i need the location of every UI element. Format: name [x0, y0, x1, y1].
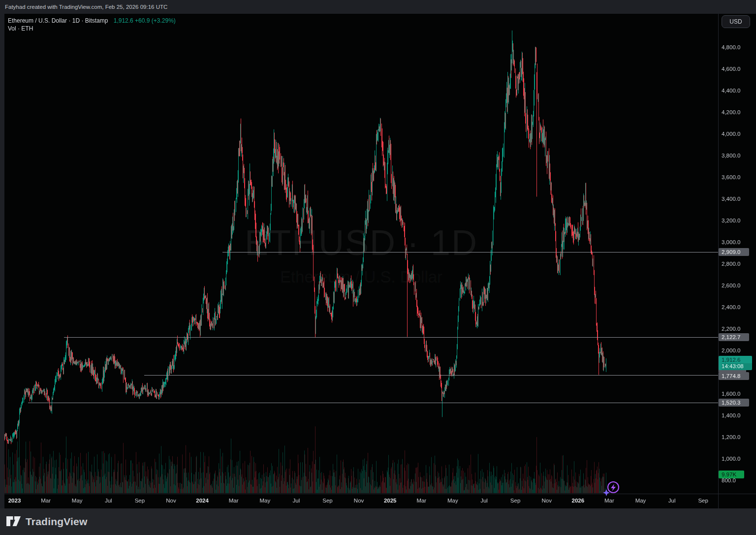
price-tick-label: 2,600.0	[722, 282, 740, 289]
level-price-badge: 1,520.3	[719, 399, 749, 407]
price-tick-label: 1,000.0	[722, 455, 740, 462]
time-axis-label: 2023	[8, 498, 21, 504]
price-tick-label: 1,600.0	[722, 390, 740, 397]
time-axis-label: 2024	[196, 498, 209, 504]
volume-value-badge: 9.97K	[719, 471, 744, 478]
price-tick-label: 3,600.0	[722, 174, 740, 181]
time-axis-label: Sep	[322, 498, 332, 504]
price-tick-label: 2,800.0	[722, 260, 740, 267]
price-tick-label: 2,200.0	[722, 325, 740, 332]
price-tick-label: 4,200.0	[722, 109, 740, 116]
price-tick-label: 3,000.0	[722, 239, 740, 246]
time-axis-label: Jul	[293, 498, 300, 504]
time-axis-label: Nov	[354, 498, 364, 504]
chart-area: ETHUSD · 1D Ethereum / U.S. Dollar Ether…	[0, 14, 756, 508]
footer-bar: TradingView	[0, 508, 756, 535]
level-price-badge: 2,122.7	[719, 333, 749, 341]
legend-volume-row[interactable]: Vol · ETH	[8, 25, 176, 32]
price-tick-label: 4,800.0	[722, 44, 740, 51]
time-axis-label: Mar	[229, 498, 239, 504]
price-axis[interactable]: USD 4,800.04,600.04,400.04,200.04,000.03…	[719, 14, 756, 494]
time-axis-label: 2026	[572, 498, 585, 504]
time-axis-label: Sep	[510, 498, 520, 504]
price-tick-label: 3,400.0	[722, 195, 740, 202]
bar-countdown: 14:43:08	[722, 363, 752, 370]
time-axis-label: May	[447, 498, 458, 504]
time-axis[interactable]: 2023MarMayJulSepNov2024MarMayJulSepNov20…	[0, 494, 718, 508]
time-axis-label: May	[259, 498, 270, 504]
tradingview-logo-icon	[6, 515, 21, 528]
currency-toggle-button[interactable]: USD	[722, 15, 750, 28]
time-axis-label: Jul	[105, 498, 112, 504]
time-axis-label: Mar	[41, 498, 51, 504]
last-quote: 1,912.6 +60.9 (+3.29%)	[114, 17, 176, 24]
attribution-bar: Fatyhad created with TradingView.com, Fe…	[0, 0, 756, 14]
level-price-badge: 2,909.0	[719, 248, 749, 256]
candlestick-canvas[interactable]	[0, 14, 756, 508]
price-tick-label: 3,200.0	[722, 217, 740, 224]
price-tick-label: 4,000.0	[722, 130, 740, 137]
time-axis-label: Jul	[480, 498, 488, 504]
current-price-badge: 1,912.614:43:08	[719, 356, 752, 370]
legend-symbol-row[interactable]: Ethereum / U.S. Dollar · 1D · Bitstamp 1…	[8, 17, 176, 25]
time-axis-label: Nov	[541, 498, 551, 504]
symbol-title[interactable]: Ethereum / U.S. Dollar · 1D · Bitstamp	[8, 17, 108, 24]
time-axis-label: Sep	[698, 498, 708, 504]
time-axis-label: May	[635, 498, 646, 504]
attribution-text: Fatyhad created with TradingView.com, Fe…	[5, 4, 167, 10]
brand-name: TradingView	[26, 516, 88, 528]
price-tick-label: 2,000.0	[722, 347, 740, 354]
time-axis-label: May	[72, 498, 83, 504]
price-tick-label: 4,600.0	[722, 65, 740, 72]
price-tick-label: 3,800.0	[722, 152, 740, 159]
price-tick-label: 4,400.0	[722, 87, 740, 94]
time-axis-label: Mar	[604, 498, 614, 504]
time-axis-label: 2025	[384, 498, 397, 504]
time-axis-label: Mar	[416, 498, 426, 504]
time-axis-label: Jul	[668, 498, 676, 504]
level-price-badge: 1,774.8	[719, 372, 749, 380]
chart-legend[interactable]: Ethereum / U.S. Dollar · 1D · Bitstamp 1…	[8, 17, 176, 32]
price-tick-label: 1,200.0	[722, 434, 740, 441]
price-tick-label: 2,400.0	[722, 304, 740, 311]
tradingview-brand[interactable]: TradingView	[6, 515, 88, 528]
time-axis-label: Sep	[135, 498, 145, 504]
current-price-value: 1,912.6	[722, 356, 752, 363]
time-axis-label: Nov	[166, 498, 176, 504]
price-tick-label: 1,400.0	[722, 412, 740, 419]
